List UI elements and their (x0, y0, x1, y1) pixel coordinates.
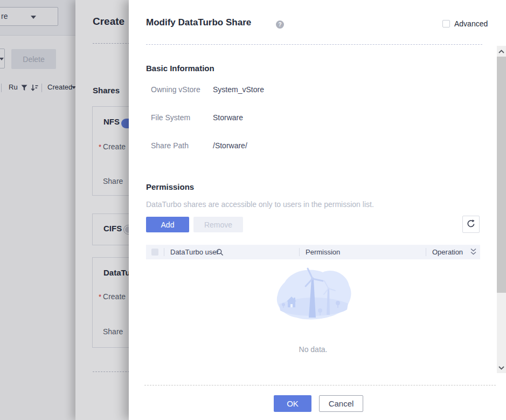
modify-dataturbo-share-dialog: Modify DataTurbo Share ? Advanced Basic … (129, 0, 506, 420)
scrollbar-thumb[interactable] (497, 57, 506, 293)
column-dataturbo-user: DataTurbo user (170, 248, 219, 256)
column-divider (164, 248, 164, 256)
permissions-table-header: DataTurbo user Permission Operation (146, 245, 480, 259)
permissions-heading: Permissions (146, 182, 194, 191)
footer-divider (144, 385, 496, 385)
scroll-down-icon (498, 366, 504, 370)
share-path-value: /Storware/ (213, 141, 247, 150)
column-divider (299, 248, 300, 256)
screen: re Delete Ru Created Create (0, 0, 506, 420)
scroll-up-icon (498, 50, 504, 53)
basic-information-heading: Basic Information (146, 64, 214, 73)
scroll-up-button[interactable] (497, 46, 506, 57)
remove-button[interactable]: Remove (193, 217, 243, 232)
cancel-button[interactable]: Cancel (319, 395, 363, 412)
empty-state: No data. (146, 265, 480, 354)
no-data-text: No data. (146, 345, 480, 354)
file-system-label: File System (151, 113, 190, 122)
owning-vstore-value: System_vStore (213, 85, 264, 94)
dialog-title: Modify DataTurbo Share (146, 17, 251, 28)
advanced-checkbox[interactable] (442, 20, 450, 27)
select-all-checkbox[interactable] (151, 249, 158, 256)
share-path-label: Share Path (151, 141, 189, 150)
add-button[interactable]: Add (146, 217, 189, 232)
permissions-description: DataTurbo shares are accessible only to … (146, 200, 374, 209)
advanced-label[interactable]: Advanced (454, 19, 488, 28)
column-operation: Operation (432, 248, 463, 256)
no-data-illustration (273, 265, 353, 329)
refresh-icon (466, 219, 476, 229)
ok-button[interactable]: OK (274, 395, 311, 412)
double-chevron-down-icon[interactable] (470, 248, 477, 256)
header-divider (146, 44, 482, 45)
scroll-down-button[interactable] (497, 362, 506, 373)
scrollbar[interactable] (497, 46, 506, 373)
column-permission: Permission (306, 248, 340, 256)
owning-vstore-label: Owning vStore (151, 85, 200, 94)
file-system-value: Storware (213, 113, 243, 122)
search-icon[interactable] (216, 249, 224, 256)
column-divider (426, 248, 426, 256)
help-icon[interactable]: ? (276, 20, 284, 29)
refresh-button[interactable] (462, 216, 480, 233)
